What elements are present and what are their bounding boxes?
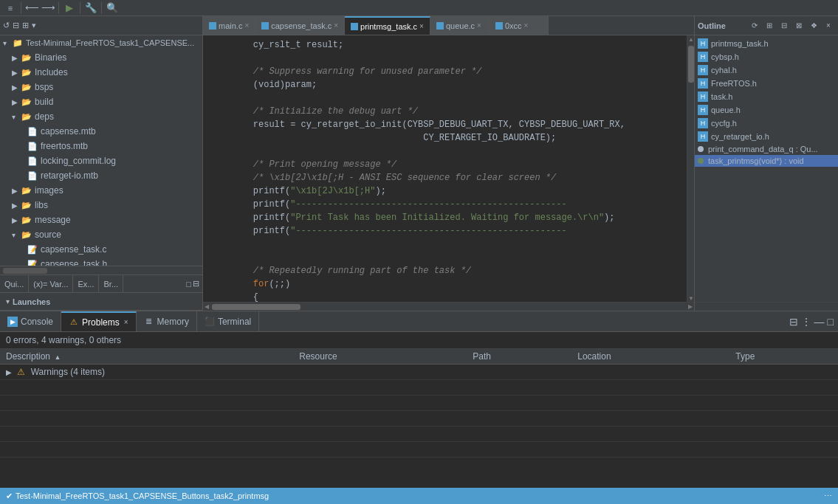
scrollbar-down-btn[interactable]: ▼ <box>687 294 694 302</box>
tree-item-locking-log[interactable]: 📄 locking_commit.log <box>0 153 202 168</box>
tab-printmsg-task-c[interactable]: printmsg_task.c × <box>345 16 430 35</box>
tree-item-source[interactable]: ▾ 📂 source <box>0 227 202 242</box>
outline-tree-container[interactable]: H printmsg_task.h H cybsp.h H cyhal.h H … <box>695 35 838 302</box>
col-path[interactable]: Path <box>467 349 571 365</box>
left-tab-var[interactable]: (x)= Var... <box>29 275 73 292</box>
toolbar-icon-3[interactable]: ⟶ <box>41 1 55 15</box>
outline-tb-hide-static[interactable]: ⊠ <box>792 19 806 32</box>
panel-icon-refresh[interactable]: ↺ <box>3 21 10 30</box>
status-bar-menu[interactable]: ⋯ <box>824 491 832 501</box>
tree-item-libs[interactable]: ▶ 📂 libs <box>0 198 202 213</box>
tree-root[interactable]: ▾ 📁 Test-Minimal_FreeRTOS_task1_CAPSENSE… <box>0 35 202 50</box>
left-tab-ex-label: Ex... <box>78 280 94 289</box>
tree-item-deps[interactable]: ▾ 📂 deps <box>0 109 202 124</box>
tab-capsense-task-c[interactable]: capsense_task.c × <box>255 16 345 35</box>
tree-item-retarget-mtb[interactable]: 📄 retarget-io.mtb <box>0 168 202 183</box>
toolbar-icon-6[interactable]: 🔍 <box>105 1 120 15</box>
tree-item-binaries[interactable]: ▶ 📂 Binaries <box>0 50 202 65</box>
col-location[interactable]: Location <box>571 349 729 365</box>
problems-header-row: Description ▲ Resource Path Location <box>0 349 838 365</box>
bottom-tab-problems[interactable]: ⚠ Problems × <box>61 311 137 331</box>
outline-item-freertos-h[interactable]: H FreeRTOS.h <box>695 77 838 90</box>
scrollbar-up-btn[interactable]: ▲ <box>687 35 694 43</box>
outline-item-cycfg-h[interactable]: H cycfg.h <box>695 117 838 130</box>
left-tab-br[interactable]: Br... <box>99 275 123 292</box>
tree-item-freertos-mtb[interactable]: 📄 freertos.mtb <box>0 139 202 153</box>
problems-summary-bar: 0 errors, 4 warnings, 0 others <box>0 332 838 349</box>
left-tab-qui[interactable]: Qui... <box>0 275 29 292</box>
tab-close-capsense[interactable]: × <box>334 21 338 30</box>
tree-item-build[interactable]: ▶ 📂 build <box>0 94 202 109</box>
file-tree-scroll[interactable]: ▾ 📁 Test-Minimal_FreeRTOS_task1_CAPSENSE… <box>0 35 202 266</box>
tab-close-0xcc[interactable]: × <box>524 21 529 30</box>
tree-h-scroll[interactable] <box>0 266 202 275</box>
outline-tb-sort[interactable]: ⊞ <box>763 19 776 32</box>
bottom-maximize-icon[interactable]: □ <box>828 316 834 328</box>
tree-item-bsps[interactable]: ▶ 📂 bsps <box>0 80 202 94</box>
warnings-group-row[interactable]: ▶ ⚠ Warnings (4 items) <box>0 365 838 380</box>
toolbar-icon-4[interactable]: ▶ <box>62 1 77 15</box>
outline-item-task-h[interactable]: H task.h <box>695 90 838 103</box>
bottom-tab-terminal[interactable]: ⬛ Terminal <box>197 311 259 331</box>
outline-tb-sync[interactable]: ⟳ <box>748 19 761 32</box>
toolbar-icon-1[interactable]: ≡ <box>3 1 18 15</box>
tree-item-capsense-mtb[interactable]: 📄 capsense.mtb <box>0 124 202 139</box>
tab-0xcc[interactable]: 0xcc × <box>490 16 549 35</box>
col-description[interactable]: Description ▲ <box>0 349 293 365</box>
outline-item-print-command-data-q[interactable]: print_command_data_q : Qu... <box>695 143 838 155</box>
col-resource[interactable]: Resource <box>293 349 467 365</box>
tab-close-main-c[interactable]: × <box>244 21 249 30</box>
tab-label-0xcc: 0xcc <box>505 21 522 30</box>
outline-tb-collapse[interactable]: ❖ <box>807 19 820 32</box>
tree-root-icon: 📁 <box>12 37 24 49</box>
outline-close[interactable]: × <box>822 19 835 32</box>
tree-item-images[interactable]: ▶ 📂 images <box>0 183 202 198</box>
editor-v-scrollbar[interactable]: ▲ ▼ <box>687 35 694 302</box>
left-tab-ex[interactable]: Ex... <box>73 275 99 292</box>
bottom-minimize-icon[interactable]: — <box>814 316 825 328</box>
outline-tb-hide-fields[interactable]: ⊟ <box>777 19 791 32</box>
outline-item-cy-retarget-io-h[interactable]: H cy_retarget_io.h <box>695 130 838 143</box>
editor-h-scroll-right[interactable]: ▶ <box>687 303 694 311</box>
tree-images-arrow: ▶ <box>12 187 21 195</box>
memory-icon: ≣ <box>144 317 154 327</box>
toolbar-icon-5[interactable]: 🔧 <box>83 1 98 15</box>
tab-label-main-c: main.c <box>219 21 242 30</box>
problems-close-icon[interactable]: × <box>124 318 128 326</box>
tree-h-scroll-thumb <box>3 268 47 274</box>
editor-h-scroll-left[interactable]: ◀ <box>203 303 210 311</box>
panel-icon-filter[interactable]: ⊞ <box>22 21 29 30</box>
tree-locking-log-icon: 📄 <box>27 155 38 167</box>
panel-icon-menu[interactable]: ▾ <box>32 21 36 30</box>
editor-scrollbar-thumb <box>688 46 694 83</box>
outline-item-cyhal-h[interactable]: H cyhal.h <box>695 63 838 77</box>
code-line-1: cy_rslt_t result; <box>203 38 687 52</box>
outline-item-task-printmsg[interactable]: task_printmsg(void*) : void <box>695 155 838 167</box>
code-line-2 <box>203 52 687 65</box>
toolbar-icon-2[interactable]: ⟵ <box>24 1 39 15</box>
left-bottom-minimize[interactable]: □ <box>186 280 191 289</box>
outline-h-scroll[interactable] <box>695 302 838 311</box>
outline-item-cybsp-h[interactable]: H cybsp.h <box>695 50 838 63</box>
tab-close-printmsg[interactable]: × <box>419 22 424 30</box>
tab-main-c[interactable]: main.c × <box>203 16 255 35</box>
bottom-tab-console[interactable]: ▶ Console <box>0 311 61 331</box>
tree-item-includes[interactable]: ▶ 📂 Includes <box>0 65 202 80</box>
outline-item-queue-h[interactable]: H queue.h <box>695 103 838 117</box>
panel-icon-collapse[interactable]: ⊟ <box>13 21 19 30</box>
col-type[interactable]: Type <box>729 349 838 365</box>
bottom-filter-icon[interactable]: ⊟ <box>789 316 798 328</box>
tree-item-message[interactable]: ▶ 📂 message <box>0 213 202 227</box>
bottom-menu-icon[interactable]: ⋮ <box>801 316 811 328</box>
outline-label-queue-h: queue.h <box>711 106 741 114</box>
tab-close-queue[interactable]: × <box>477 21 481 30</box>
editor-h-scrollbar[interactable]: ◀ ▶ <box>203 302 694 311</box>
launches-header[interactable]: ▾ Launches <box>0 293 202 311</box>
tab-queue-c[interactable]: queue.c × <box>430 16 490 35</box>
code-scroll-area[interactable]: cy_rslt_t result; /* Suppress warning fo… <box>203 35 687 302</box>
tree-item-capsense-task-c[interactable]: 📝 capsense_task.c <box>0 242 202 257</box>
outline-item-printmsg-task-h[interactable]: H printmsg_task.h <box>695 37 838 50</box>
tree-item-capsense-task-h[interactable]: 📝 capsense_task.h <box>0 257 202 266</box>
bottom-tab-memory[interactable]: ≣ Memory <box>137 311 197 331</box>
left-bottom-maximize[interactable]: ⊟ <box>193 279 199 289</box>
